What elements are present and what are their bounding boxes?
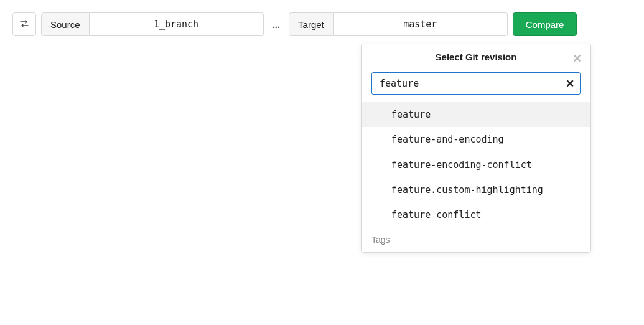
- dropdown-title: Select Git revision: [436, 52, 517, 62]
- list-item[interactable]: feature.custom-highlighting: [362, 177, 590, 202]
- target-value[interactable]: master: [334, 12, 508, 36]
- swap-button[interactable]: [12, 12, 36, 36]
- source-group: Source 1_branch: [41, 12, 264, 36]
- compare-button[interactable]: Compare: [513, 12, 577, 36]
- list-item[interactable]: feature-encoding-conflict: [362, 153, 590, 177]
- search-input-wrap: ✕: [371, 72, 581, 95]
- source-label: Source: [41, 12, 90, 36]
- swap-icon: [19, 19, 29, 31]
- search-input[interactable]: [371, 72, 581, 95]
- revision-dropdown: Select Git revision ✕ ✕ feature feature-…: [361, 44, 591, 253]
- ellipsis-separator: ...: [269, 19, 284, 30]
- compare-bar: Source 1_branch ... Target master Compar…: [12, 12, 632, 36]
- search-area: ✕: [362, 70, 590, 102]
- close-icon[interactable]: ✕: [572, 52, 582, 65]
- target-label: Target: [289, 12, 334, 36]
- source-value[interactable]: 1_branch: [90, 12, 264, 36]
- results-list: feature feature-and-encoding feature-enc…: [362, 102, 590, 227]
- list-item[interactable]: feature_conflict: [362, 202, 590, 227]
- dropdown-header: Select Git revision ✕: [362, 44, 590, 70]
- target-group: Target master: [289, 12, 508, 36]
- list-item[interactable]: feature: [362, 102, 590, 127]
- list-item[interactable]: feature-and-encoding: [362, 127, 590, 152]
- tags-section-label: Tags: [362, 227, 590, 248]
- clear-icon[interactable]: ✕: [566, 77, 574, 90]
